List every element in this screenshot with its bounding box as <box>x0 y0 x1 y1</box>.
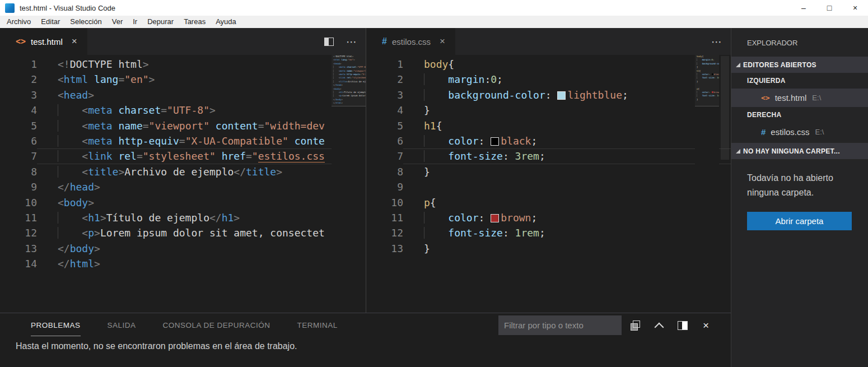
code-line[interactable]: 12 <p>Lorem ipsum dolor sit amet, consec… <box>0 225 366 240</box>
tab-problemas[interactable]: PROBLEMAS <box>31 321 81 329</box>
line-number: 3 <box>0 87 37 103</box>
minimap-slider[interactable] <box>332 55 366 106</box>
code-line[interactable]: 10<body> <box>0 195 366 210</box>
code-line[interactable]: 8} <box>366 164 731 179</box>
line-number: 10 <box>0 195 37 210</box>
chevron-expanded-icon <box>736 63 740 67</box>
vscode-window: { "window": { "title": "test.html - Visu… <box>0 0 868 367</box>
code-line[interactable]: 4} <box>366 103 731 118</box>
menu-item-editar[interactable]: Editar <box>36 16 65 28</box>
tab-label: test.html <box>31 37 63 47</box>
menu-item-seleccion[interactable]: Selección <box>65 16 106 28</box>
minimap[interactable]: <!DOCTYPE html><html lang="en"><head> <m… <box>332 55 366 313</box>
line-number: 2 <box>0 72 37 87</box>
close-tab-icon[interactable]: × <box>440 36 445 47</box>
line-number: 11 <box>366 210 403 225</box>
split-editor-icon[interactable] <box>324 38 334 46</box>
window-controls: – □ × <box>791 0 868 16</box>
problems-filter-input[interactable] <box>498 315 622 335</box>
more-actions-icon[interactable]: ⋯ <box>711 38 722 46</box>
html-file-icon: <> <box>761 94 770 102</box>
open-editor-item-estilos-css[interactable]: # estilos.css E:\ <box>731 123 868 141</box>
line-number: 9 <box>0 179 37 194</box>
code-line[interactable]: 6 color: black; <box>366 133 731 148</box>
line-number: 12 <box>366 225 403 240</box>
code-line[interactable]: 7 font-size: 3rem; <box>366 148 731 164</box>
code-line[interactable]: 11 color: brown; <box>366 210 731 225</box>
more-actions-icon[interactable]: ⋯ <box>346 38 357 46</box>
code-line[interactable]: 7 <link rel="stylesheet" href="estilos.c… <box>0 148 366 164</box>
menu-item-archivo[interactable]: Archivo <box>2 16 36 28</box>
code-line[interactable]: 4 <meta charset="UTF-8"> <box>0 103 366 118</box>
minimap[interactable]: body{ margin:0; background-color: lightb… <box>695 55 719 313</box>
close-panel-icon[interactable]: × <box>703 321 709 330</box>
close-tab-icon[interactable]: × <box>72 36 77 47</box>
tab-consola-depuracion[interactable]: CONSOLA DE DEPURACIÓN <box>163 321 270 329</box>
maximize-panel-icon[interactable] <box>678 321 688 330</box>
bottom-panel: PROBLEMAS SALIDA CONSOLA DE DEPURACIÓN T… <box>0 313 731 367</box>
css-file-icon: # <box>382 36 387 47</box>
section-open-editors[interactable]: EDITORES ABIERTOS <box>731 57 868 73</box>
code-line[interactable]: 1<!DOCTYPE html> <box>0 57 366 72</box>
menu-item-ver[interactable]: Ver <box>107 16 128 28</box>
line-number: 3 <box>366 87 403 103</box>
close-window-button[interactable]: × <box>842 0 868 16</box>
code-line[interactable]: 2 margin:0; <box>366 72 731 87</box>
code-line[interactable]: 10p{ <box>366 195 731 210</box>
line-number: 5 <box>0 118 37 133</box>
color-swatch <box>557 91 566 100</box>
collapse-all-icon[interactable] <box>630 320 641 331</box>
editor-actions-right: ⋯ <box>711 28 731 55</box>
file-name: test.html <box>775 93 807 103</box>
code-line[interactable]: 3 background-color: lightblue; <box>366 87 731 103</box>
code-editor-estilos-css[interactable]: 1body{2 margin:0;3 background-color: lig… <box>366 55 731 313</box>
code-line[interactable]: 8 <title>Archivo de ejemplo</title> <box>0 164 366 179</box>
chevron-expanded-icon <box>736 149 740 154</box>
line-number: 2 <box>366 72 403 87</box>
section-no-folder[interactable]: NO HAY NINGUNA CARPET... <box>731 143 868 159</box>
scrollbar-thumb[interactable] <box>721 56 729 160</box>
code-editor-test-html[interactable]: 1<!DOCTYPE html>2<html lang="en">3<head>… <box>0 55 366 313</box>
chevron-up-icon[interactable] <box>655 322 664 332</box>
open-editor-item-test-html[interactable]: <> test.html E:\ <box>731 89 868 107</box>
code-line[interactable]: 3<head> <box>0 87 366 103</box>
menu-bar: Archivo Editar Selección Ver Ir Depurar … <box>0 16 868 28</box>
line-number: 4 <box>0 103 37 118</box>
color-swatch <box>491 137 499 146</box>
menu-item-tareas[interactable]: Tareas <box>179 16 211 28</box>
file-name: estilos.css <box>771 127 809 137</box>
tab-salida[interactable]: SALIDA <box>108 321 136 329</box>
code-line[interactable]: 1body{ <box>366 57 731 72</box>
vertical-scrollbar[interactable] <box>719 55 731 313</box>
title-bar: test.html - Visual Studio Code – □ × <box>0 0 868 16</box>
menu-item-ayuda[interactable]: Ayuda <box>211 16 241 28</box>
code-line[interactable]: 9 <box>366 179 731 194</box>
code-line[interactable]: 5 <meta name="viewport" content="width=d… <box>0 118 366 133</box>
code-line[interactable]: 6 <meta http-equiv="X-UA-Compatible" con… <box>0 133 366 148</box>
line-number: 8 <box>366 164 403 179</box>
code-line[interactable]: 14</html> <box>0 256 366 271</box>
window-title: test.html - Visual Studio Code <box>20 4 115 12</box>
sidebar-title: EXPLORADOR <box>731 28 868 47</box>
code-line[interactable]: 12 font-size: 1rem; <box>366 225 731 240</box>
line-number: 6 <box>0 133 37 148</box>
code-line[interactable]: 13</body> <box>0 241 366 256</box>
code-line[interactable]: 9</head> <box>0 179 366 194</box>
minimap-slider[interactable] <box>695 55 719 106</box>
group-label-izquierda: IZQUIERDA <box>731 73 868 89</box>
tab-estilos-css[interactable]: # estilos.css × <box>366 28 455 55</box>
tab-test-html[interactable]: <> test.html × <box>0 28 87 55</box>
line-number: 14 <box>0 256 37 271</box>
open-folder-button[interactable]: Abrir carpeta <box>747 212 852 230</box>
line-number: 11 <box>0 210 37 225</box>
maximize-button[interactable]: □ <box>816 0 842 16</box>
code-line[interactable]: 5h1{ <box>366 118 731 133</box>
menu-item-depurar[interactable]: Depurar <box>142 16 179 28</box>
code-line[interactable]: 13} <box>366 241 731 256</box>
tab-terminal[interactable]: TERMINAL <box>297 321 338 329</box>
code-line[interactable]: 11 <h1>Título de ejemplo</h1> <box>0 210 366 225</box>
vscode-logo-icon <box>5 3 15 13</box>
minimize-button[interactable]: – <box>791 0 816 16</box>
menu-item-ir[interactable]: Ir <box>128 16 142 28</box>
code-line[interactable]: 2<html lang="en"> <box>0 72 366 87</box>
